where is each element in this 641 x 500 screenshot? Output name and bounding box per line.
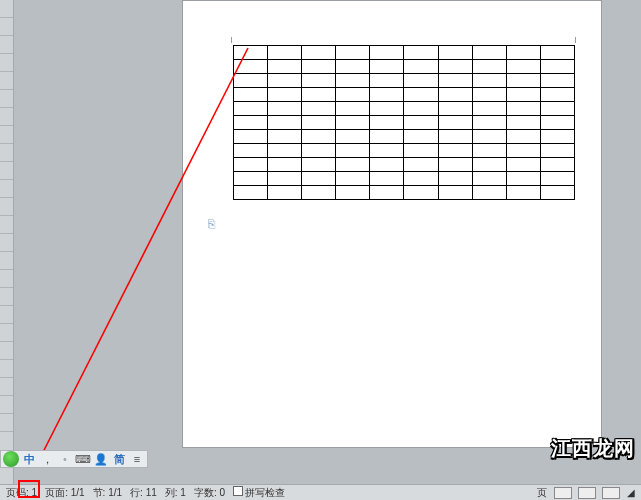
table-row[interactable] bbox=[234, 60, 575, 74]
status-page-count[interactable]: 页面: 1/1 bbox=[43, 486, 86, 500]
table-cell[interactable] bbox=[438, 172, 472, 186]
table-cell[interactable] bbox=[234, 74, 268, 88]
table-cell[interactable] bbox=[302, 144, 336, 158]
view-mode-1-button[interactable] bbox=[554, 487, 572, 499]
table-cell[interactable] bbox=[438, 74, 472, 88]
table-cell[interactable] bbox=[370, 74, 404, 88]
table-cell[interactable] bbox=[370, 46, 404, 60]
status-spellcheck[interactable]: 拼写检查 bbox=[231, 486, 287, 500]
table-cell[interactable] bbox=[268, 130, 302, 144]
table-cell[interactable] bbox=[370, 60, 404, 74]
table-cell[interactable] bbox=[370, 186, 404, 200]
table-cell[interactable] bbox=[370, 172, 404, 186]
table-cell[interactable] bbox=[234, 186, 268, 200]
table-cell[interactable] bbox=[540, 46, 574, 60]
ime-lang-button[interactable]: 中 bbox=[21, 451, 37, 467]
table-cell[interactable] bbox=[336, 130, 370, 144]
table-cell[interactable] bbox=[404, 172, 438, 186]
table-cell[interactable] bbox=[506, 130, 540, 144]
table-row[interactable] bbox=[234, 130, 575, 144]
table-cell[interactable] bbox=[336, 46, 370, 60]
table-cell[interactable] bbox=[234, 172, 268, 186]
table-cell[interactable] bbox=[506, 74, 540, 88]
table-cell[interactable] bbox=[234, 60, 268, 74]
table-cell[interactable] bbox=[540, 130, 574, 144]
ime-simplified-button[interactable]: 简 bbox=[111, 451, 127, 467]
table-cell[interactable] bbox=[268, 102, 302, 116]
table-cell[interactable] bbox=[540, 102, 574, 116]
table-cell[interactable] bbox=[472, 116, 506, 130]
table-cell[interactable] bbox=[336, 144, 370, 158]
table-cell[interactable] bbox=[370, 102, 404, 116]
table-cell[interactable] bbox=[234, 144, 268, 158]
spellcheck-checkbox[interactable] bbox=[233, 486, 243, 496]
table-cell[interactable] bbox=[438, 60, 472, 74]
table-cell[interactable] bbox=[540, 74, 574, 88]
status-page[interactable]: 页码: 1 bbox=[4, 486, 39, 500]
table-row[interactable] bbox=[234, 102, 575, 116]
ime-keyboard-icon[interactable]: ⌨ bbox=[75, 451, 91, 467]
ime-user-icon[interactable]: 👤 bbox=[93, 451, 109, 467]
table-cell[interactable] bbox=[302, 116, 336, 130]
table-cell[interactable] bbox=[404, 116, 438, 130]
table-cell[interactable] bbox=[268, 186, 302, 200]
table-cell[interactable] bbox=[438, 130, 472, 144]
table-cell[interactable] bbox=[336, 172, 370, 186]
table-cell[interactable] bbox=[540, 186, 574, 200]
table-row[interactable] bbox=[234, 144, 575, 158]
table-cell[interactable] bbox=[540, 172, 574, 186]
table-row[interactable] bbox=[234, 88, 575, 102]
status-column[interactable]: 列: 1 bbox=[163, 486, 188, 500]
table-cell[interactable] bbox=[268, 46, 302, 60]
table-cell[interactable] bbox=[472, 88, 506, 102]
ime-logo-icon[interactable] bbox=[3, 451, 19, 467]
status-word-count[interactable]: 字数: 0 bbox=[192, 486, 227, 500]
table-cell[interactable] bbox=[540, 116, 574, 130]
table-cell[interactable] bbox=[506, 172, 540, 186]
table-cell[interactable] bbox=[370, 116, 404, 130]
status-section[interactable]: 节: 1/1 bbox=[91, 486, 124, 500]
table-cell[interactable] bbox=[506, 116, 540, 130]
ime-punct-button[interactable]: ， bbox=[39, 451, 55, 467]
table-cell[interactable] bbox=[336, 102, 370, 116]
table-cell[interactable] bbox=[438, 102, 472, 116]
table-cell[interactable] bbox=[268, 116, 302, 130]
table-cell[interactable] bbox=[234, 116, 268, 130]
table-cell[interactable] bbox=[404, 186, 438, 200]
table-cell[interactable] bbox=[404, 46, 438, 60]
table-cell[interactable] bbox=[302, 172, 336, 186]
table-cell[interactable] bbox=[540, 158, 574, 172]
table-cell[interactable] bbox=[370, 88, 404, 102]
table-cell[interactable] bbox=[472, 130, 506, 144]
table-cell[interactable] bbox=[506, 46, 540, 60]
ime-bullet-button[interactable]: • bbox=[57, 451, 73, 467]
table-cell[interactable] bbox=[472, 74, 506, 88]
ime-toolbar[interactable]: 中 ， • ⌨ 👤 简 ≡ bbox=[0, 450, 148, 468]
table-cell[interactable] bbox=[370, 130, 404, 144]
table-cell[interactable] bbox=[404, 74, 438, 88]
table-cell[interactable] bbox=[268, 158, 302, 172]
table-cell[interactable] bbox=[268, 74, 302, 88]
table-row[interactable] bbox=[234, 172, 575, 186]
table-cell[interactable] bbox=[268, 144, 302, 158]
status-line[interactable]: 行: 11 bbox=[128, 486, 159, 500]
table-cell[interactable] bbox=[438, 88, 472, 102]
table-cell[interactable] bbox=[438, 158, 472, 172]
table-cell[interactable] bbox=[506, 88, 540, 102]
table-cell[interactable] bbox=[268, 172, 302, 186]
table-cell[interactable] bbox=[336, 158, 370, 172]
table-cell[interactable] bbox=[336, 60, 370, 74]
table-cell[interactable] bbox=[404, 144, 438, 158]
table-cell[interactable] bbox=[404, 60, 438, 74]
table-cell[interactable] bbox=[404, 158, 438, 172]
table-row[interactable] bbox=[234, 186, 575, 200]
table-row[interactable] bbox=[234, 158, 575, 172]
table-cell[interactable] bbox=[302, 46, 336, 60]
table-cell[interactable] bbox=[336, 116, 370, 130]
table-cell[interactable] bbox=[404, 102, 438, 116]
document-table[interactable] bbox=[233, 45, 575, 200]
table-cell[interactable] bbox=[234, 46, 268, 60]
table-cell[interactable] bbox=[336, 88, 370, 102]
table-cell[interactable] bbox=[506, 102, 540, 116]
table-cell[interactable] bbox=[370, 144, 404, 158]
